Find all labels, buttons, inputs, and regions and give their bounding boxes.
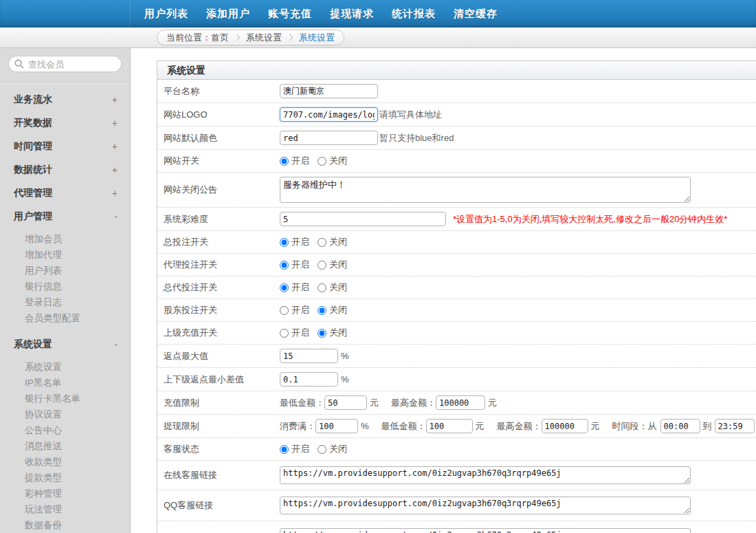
online-service-link-textarea[interactable]: https://vm.providesupport.com/0iz2ugvap3… [280, 466, 691, 484]
radio-option-off[interactable]: 关闭 [318, 155, 347, 167]
radio-on[interactable] [280, 157, 289, 166]
radio-off[interactable] [318, 261, 326, 270]
collapse-icon[interactable]: - [114, 339, 118, 350]
radio-option-on[interactable]: 开启 [280, 155, 309, 167]
rebate-min-diff-input[interactable] [280, 372, 338, 387]
sidebar-group-time-management[interactable]: 时间管理 + [0, 135, 130, 158]
row-extra-service-link: https://vm.providesupport.com/0iz2ugvap3… [157, 521, 756, 533]
radio-option-off[interactable]: 关闭 [318, 259, 347, 271]
radio-off[interactable] [318, 283, 326, 292]
topnav-item-account-recharge[interactable]: 账号充值 [259, 8, 321, 21]
row-platform-name: 平台名称 [157, 80, 756, 103]
row-general-agent-bet-switch: 总代投注开关 开启 关闭 [157, 276, 756, 299]
sidebar-item-message-push[interactable]: 消息推送 [0, 439, 130, 455]
expand-icon[interactable]: + [112, 94, 118, 105]
sidebar-item-withdraw-type[interactable]: 提款类型 [0, 470, 130, 486]
radio-option-on[interactable]: 开启 [280, 236, 309, 248]
lottery-difficulty-input[interactable] [280, 212, 446, 226]
sidebar-item-lottery-management[interactable]: 彩种管理 [0, 486, 130, 502]
radio-option-on[interactable]: 开启 [280, 259, 309, 271]
sidebar-item-add-agent[interactable]: 增加代理 [0, 248, 130, 263]
sidebar-item-playmethod-management[interactable]: 玩法管理 [0, 502, 130, 518]
field-hint: 请填写具体地址 [379, 109, 442, 121]
radio-off[interactable] [318, 445, 326, 454]
radio-option-on[interactable]: 开启 [280, 443, 309, 455]
radio-label: 开启 [291, 236, 309, 248]
radio-off[interactable] [318, 306, 326, 315]
site-logo-input[interactable] [280, 107, 378, 122]
breadcrumb-location: 当前位置：首页 [166, 32, 229, 44]
topnav-item-statistics-report[interactable]: 统计报表 [383, 8, 445, 21]
radio-option-on[interactable]: 开启 [280, 281, 309, 294]
withdraw-min-input[interactable] [426, 419, 473, 433]
expand-icon[interactable]: + [112, 164, 118, 175]
sidebar-group-lottery-data[interactable]: 开奖数据 + [0, 111, 130, 135]
extra-service-link-textarea[interactable]: https://vm.providesupport.com/0iz2ugvap3… [280, 528, 691, 533]
radio-on[interactable] [280, 261, 289, 270]
field-label: 上级充值开关 [164, 327, 280, 339]
radio-off[interactable] [318, 238, 326, 247]
withdraw-consume-input[interactable] [315, 419, 358, 433]
sidebar-group-user-management[interactable]: 用户管理 - [0, 205, 130, 228]
sidebar-item-system-settings[interactable]: 系统设置 [0, 360, 130, 376]
sidebar-item-ip-blacklist[interactable]: IP黑名单 [0, 376, 130, 391]
breadcrumb-link-system-settings[interactable]: 系统设置 [246, 32, 282, 44]
expand-icon[interactable]: + [112, 141, 118, 152]
radio-option-off[interactable]: 关闭 [318, 327, 347, 339]
radio-option-off[interactable]: 关闭 [318, 281, 347, 294]
radio-option-on[interactable]: 开启 [280, 304, 309, 316]
radio-label: 开启 [291, 443, 309, 455]
sidebar-group-data-statistics[interactable]: 数据统计 + [0, 158, 130, 182]
withdraw-time-to-input[interactable] [715, 419, 755, 433]
qq-service-link-textarea[interactable]: https://vm.providesupport.com/0iz2ugvap3… [280, 497, 691, 514]
withdraw-time-from-input[interactable] [660, 419, 700, 433]
radio-on[interactable] [280, 306, 289, 315]
sidebar-item-member-type-config[interactable]: 会员类型配置 [0, 311, 130, 327]
expand-icon[interactable]: + [112, 188, 118, 199]
radio-on[interactable] [280, 329, 289, 338]
row-site-switch: 网站开关 开启 关闭 [157, 150, 756, 173]
radio-on[interactable] [280, 445, 289, 454]
site-color-input[interactable] [280, 131, 378, 145]
sidebar-item-agreement-settings[interactable]: 协议设置 [0, 407, 130, 423]
main-content: 系统设置 平台名称 网站LOGO 请填写具体地址 网站默认颜色 [131, 48, 756, 533]
platform-name-input[interactable] [280, 84, 378, 98]
sidebar-item-user-list[interactable]: 用户列表 [0, 263, 130, 279]
radio-off[interactable] [318, 157, 326, 166]
radio-off[interactable] [318, 329, 326, 338]
sidebar-item-add-member[interactable]: 增加会员 [0, 232, 130, 248]
topnav-item-user-list[interactable]: 用户列表 [135, 8, 197, 21]
sidebar-group-system-settings[interactable]: 系统设置 - [0, 333, 130, 356]
radio-on[interactable] [280, 283, 289, 292]
row-online-service-link: 在线客服链接 https://vm.providesupport.com/0iz… [157, 461, 756, 490]
close-notice-textarea[interactable]: 服务器维护中！ [280, 177, 691, 203]
radio-on[interactable] [280, 238, 289, 247]
radio-label: 开启 [291, 327, 309, 339]
sidebar-item-data-backup[interactable]: 数据备份 [0, 518, 130, 533]
topnav-item-withdraw-request[interactable]: 提现请求 [321, 8, 383, 21]
topnav-item-clear-cache[interactable]: 清空缓存 [445, 8, 507, 21]
radio-option-on[interactable]: 开启 [280, 327, 309, 339]
sidebar: 业务流水 + 开奖数据 + 时间管理 + 数据统计 + 代理管理 + 用户管理 … [0, 48, 131, 533]
radio-option-off[interactable]: 关闭 [318, 304, 347, 316]
sidebar-item-bankcard-blacklist[interactable]: 银行卡黑名单 [0, 391, 130, 407]
rebate-max-input[interactable] [280, 349, 338, 363]
topnav-item-add-user[interactable]: 添加用户 [197, 8, 259, 21]
sidebar-item-payment-type[interactable]: 收款类型 [0, 455, 130, 470]
search-input[interactable] [8, 56, 122, 72]
max-amount-label: 最高金额： [391, 397, 436, 409]
recharge-max-input[interactable] [436, 395, 485, 410]
chevron-right-icon [234, 34, 241, 41]
sidebar-item-announcement-center[interactable]: 公告中心 [0, 423, 130, 439]
recharge-min-input[interactable] [324, 395, 367, 410]
expand-icon[interactable]: + [112, 118, 118, 129]
collapse-icon[interactable]: - [114, 211, 118, 222]
withdraw-max-input[interactable] [542, 419, 588, 433]
sidebar-item-bank-info[interactable]: 银行信息 [0, 279, 130, 295]
sidebar-item-login-log[interactable]: 登录日志 [0, 295, 130, 311]
sidebar-group-agent-management[interactable]: 代理管理 + [0, 182, 130, 205]
radio-option-off[interactable]: 关闭 [318, 236, 347, 248]
group-label: 业务流水 [14, 94, 52, 106]
sidebar-group-business-flow[interactable]: 业务流水 + [0, 88, 130, 111]
radio-option-off[interactable]: 关闭 [318, 443, 347, 455]
